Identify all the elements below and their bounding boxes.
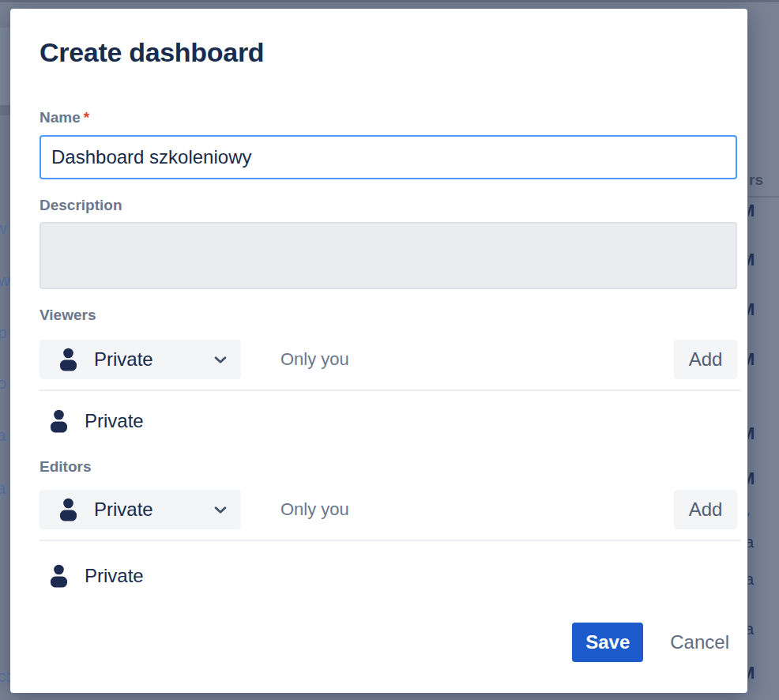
editors-entry-label: Private: [85, 565, 144, 587]
backdrop-text-fragment: a: [748, 621, 754, 637]
person-icon: [50, 409, 68, 433]
save-button[interactable]: Save: [572, 623, 643, 662]
editors-dropdown-value: Private: [94, 499, 153, 521]
editors-share-dropdown[interactable]: Private: [40, 490, 241, 529]
backdrop-text-fragment: M: [748, 470, 755, 487]
viewers-add-button[interactable]: Add: [674, 340, 737, 379]
backdrop-page-edge: [0, 0, 779, 2]
editors-add-button[interactable]: Add: [674, 490, 737, 529]
viewers-entry-label: Private: [85, 410, 144, 432]
viewers-label: Viewers: [40, 307, 96, 324]
backdrop-text-fragment: ka: [0, 480, 6, 496]
backdrop-left-strip: wowpkonakac:: [0, 0, 10, 700]
viewers-share-dropdown[interactable]: Private: [40, 340, 241, 379]
chevron-down-icon: [212, 351, 229, 368]
viewers-entry-row: Private: [40, 401, 737, 442]
backdrop-left-highlight: [0, 28, 10, 105]
create-dashboard-dialog: Create dashboard Name* Description Viewe…: [10, 9, 747, 693]
dialog-footer: Save Cancel: [10, 623, 737, 662]
backdrop-text-fragment: c:: [0, 668, 10, 684]
editors-entry-row: Private: [40, 555, 737, 597]
backdrop-text-fragment: M: [748, 425, 755, 442]
viewers-picker-row: Private Only you Add: [40, 340, 737, 379]
backdrop-text-fragment: M: [748, 301, 755, 318]
backdrop-text-fragment: M: [748, 664, 755, 682]
name-label: Name*: [40, 109, 89, 126]
viewers-helper-text: Only you: [280, 349, 349, 370]
backdrop-text-fragment: ': [748, 510, 750, 526]
person-icon: [59, 498, 77, 521]
backdrop-text-fragment: w: [0, 220, 6, 236]
backdrop-table-header-divider: [748, 196, 779, 198]
cancel-button[interactable]: Cancel: [662, 631, 737, 653]
required-asterisk: *: [84, 109, 89, 126]
backdrop-text-fragment: a: [748, 571, 754, 587]
editors-picker-row: Private Only you Add: [40, 490, 737, 529]
backdrop-text-fragment: a: [748, 534, 754, 550]
description-textarea[interactable]: [40, 222, 737, 289]
description-label: Description: [40, 197, 122, 214]
backdrop-text-fragment: p: [0, 324, 7, 341]
backdrop-text-fragment: rs: [749, 172, 763, 187]
backdrop-text-fragment: na: [0, 427, 6, 443]
backdrop-left-shade: [0, 105, 10, 115]
backdrop-text-fragment: M: [748, 202, 755, 220]
person-icon: [59, 348, 77, 371]
chevron-down-icon: [212, 501, 229, 518]
editors-helper-text: Only you: [280, 499, 349, 520]
backdrop-text-fragment: ko: [0, 374, 6, 391]
divider: [40, 540, 740, 541]
person-icon: [50, 564, 68, 588]
backdrop-text-fragment: M: [748, 351, 755, 368]
name-input[interactable]: [40, 135, 737, 179]
divider: [40, 390, 740, 391]
backdrop-text-fragment: M: [748, 251, 755, 269]
page-title: Create dashboard: [40, 37, 264, 68]
editors-label: Editors: [40, 458, 91, 476]
viewers-dropdown-value: Private: [94, 348, 153, 371]
backdrop-right-strip: rsMMMMMM'aaaM: [748, 0, 779, 700]
backdrop-text-fragment: ow: [0, 272, 10, 288]
